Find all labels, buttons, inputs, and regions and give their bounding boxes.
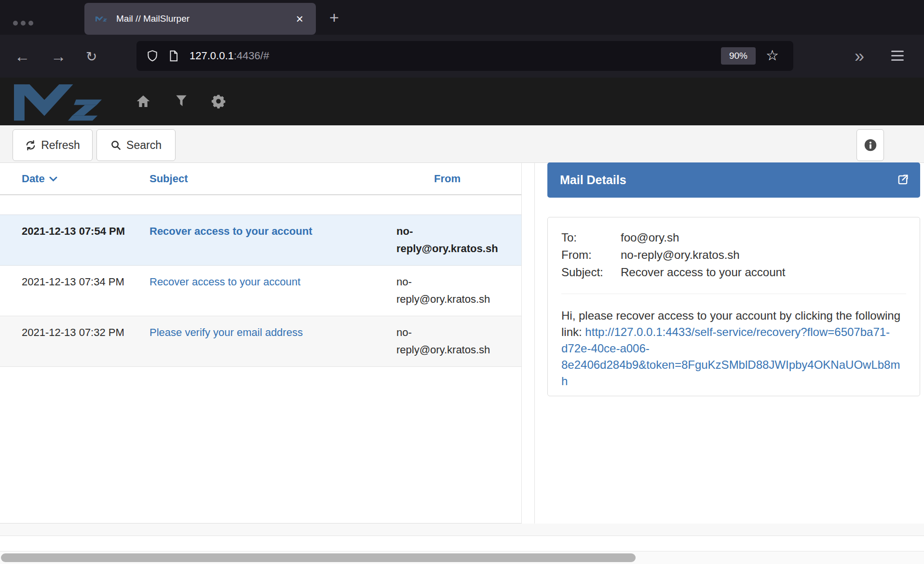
mailslurper-logo: [11, 81, 112, 125]
refresh-icon: [25, 140, 36, 151]
mail-table-header: Date Subject From: [0, 163, 521, 195]
mail-from: no-reply@ory.kratos.sh: [396, 324, 521, 359]
window-control-dot[interactable]: [13, 21, 18, 26]
panel-divider: [534, 163, 535, 536]
menu-icon[interactable]: [891, 51, 904, 64]
url-bar[interactable]: 127.0.0.1:4436/# 90% ☆: [136, 41, 793, 71]
column-header-from[interactable]: From: [396, 173, 521, 185]
back-icon[interactable]: ←: [14, 47, 30, 65]
overflow-chevrons-icon[interactable]: »: [855, 46, 863, 67]
tab-close-icon[interactable]: ×: [296, 13, 303, 25]
new-tab-button[interactable]: +: [329, 8, 339, 27]
refresh-button[interactable]: Refresh: [13, 129, 93, 161]
shield-icon[interactable]: [146, 50, 159, 62]
window-control-dot[interactable]: [28, 21, 33, 26]
action-toolbar: Refresh Search: [0, 125, 924, 163]
zoom-level-badge[interactable]: 90%: [721, 47, 756, 65]
browser-window: Mail // MailSlurper × + ← → ↻ 127.0.0.1:…: [0, 0, 924, 564]
mail-date: 2021-12-13 07:34 PM: [22, 273, 149, 308]
column-header-date[interactable]: Date: [22, 172, 149, 185]
mail-subject-link[interactable]: Please verify your email address: [149, 326, 303, 338]
url-text: 127.0.0.1:4436/#: [190, 41, 269, 71]
details-divider: [561, 294, 906, 294]
filter-icon[interactable]: [174, 94, 189, 108]
horizontal-scrollbar[interactable]: [0, 551, 924, 564]
column-header-subject[interactable]: Subject: [149, 173, 396, 185]
browser-toolbar: ← → ↻ 127.0.0.1:4436/# 90% ☆ »: [0, 35, 924, 78]
mail-details-header: Mail Details: [547, 162, 920, 198]
tab-title: Mail // MailSlurper: [116, 13, 190, 24]
browser-tab[interactable]: Mail // MailSlurper ×: [84, 3, 316, 35]
mail-subject-link[interactable]: Recover access to your account: [149, 276, 300, 288]
gear-icon[interactable]: [211, 94, 226, 109]
bottom-strip: [0, 524, 924, 536]
to-label: To:: [561, 229, 621, 246]
home-icon[interactable]: [136, 94, 151, 109]
mail-table-body: 2021-12-13 07:54 PM Recover access to yo…: [0, 215, 521, 367]
search-button-label: Search: [126, 139, 162, 152]
scrollbar-thumb[interactable]: [1, 553, 636, 562]
mailslurper-navbar: [0, 78, 924, 125]
mail-details-title: Mail Details: [560, 173, 626, 187]
mailslurper-favicon-icon: [95, 16, 109, 22]
reload-icon[interactable]: ↻: [86, 48, 97, 64]
page-icon[interactable]: [167, 50, 180, 62]
from-value: no-reply@ory.kratos.sh: [621, 246, 740, 264]
main-content: Date Subject From 2021-12-13 07:54 PM Re…: [0, 163, 924, 564]
mail-subject-link[interactable]: Recover access to your account: [149, 225, 312, 237]
forward-icon[interactable]: →: [51, 47, 66, 65]
mail-date: 2021-12-13 07:54 PM: [22, 223, 149, 257]
sort-desc-chevron-icon: [49, 172, 57, 184]
to-value: foo@ory.sh: [621, 229, 679, 246]
subject-value: Recover access to your account: [621, 264, 786, 281]
window-controls[interactable]: [13, 21, 33, 26]
refresh-button-label: Refresh: [41, 139, 80, 152]
mail-row[interactable]: 2021-12-13 07:54 PM Recover access to yo…: [0, 215, 521, 266]
browser-tab-bar: Mail // MailSlurper × +: [0, 0, 924, 35]
url-path: :4436/#: [234, 50, 269, 62]
window-control-dot[interactable]: [21, 21, 26, 26]
mail-row[interactable]: 2021-12-13 07:34 PM Recover access to yo…: [0, 266, 521, 316]
search-button[interactable]: Search: [96, 129, 176, 161]
subject-label: Subject:: [561, 264, 621, 281]
mail-from: no-reply@ory.kratos.sh: [396, 273, 521, 308]
mail-row[interactable]: 2021-12-13 07:32 PM Please verify your e…: [0, 316, 521, 367]
info-button[interactable]: [856, 129, 884, 161]
url-host: 127.0.0.1: [190, 50, 234, 62]
recovery-link[interactable]: http://127.0.0.1:4433/self-service/recov…: [561, 325, 900, 388]
external-link-icon[interactable]: [896, 173, 910, 187]
search-icon: [110, 140, 122, 151]
from-label: From:: [561, 246, 621, 264]
info-icon: [864, 138, 877, 152]
mail-date: 2021-12-13 07:32 PM: [22, 324, 149, 359]
bookmark-star-icon[interactable]: ☆: [766, 47, 779, 64]
mail-body: Hi, please recover access to your accoun…: [561, 308, 906, 389]
mail-list-table: Date Subject From 2021-12-13 07:54 PM Re…: [0, 163, 522, 524]
mail-from: no-reply@ory.kratos.sh: [396, 223, 521, 257]
mail-details-card: To: foo@ory.sh From: no-reply@ory.kratos…: [547, 217, 920, 396]
